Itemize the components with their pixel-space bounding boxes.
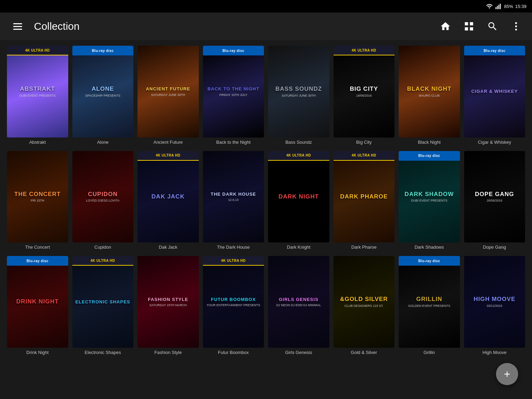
poster-main-title: Grillin [416,296,442,303]
poster-text: BIG CITY 19/06/2016 [334,46,395,138]
home-button[interactable] [438,19,453,34]
grid-item-alone[interactable]: Blu-ray disc ALONE SPACESHIP PRESENTS Al… [72,46,134,145]
grid-view-button[interactable] [461,19,477,34]
poster-main-title: CIGAR & WHISKEY [471,89,518,94]
poster-dark-knight: 4K ULTRA HD DARK NIGHT [268,151,329,243]
poster-text: ANCIENT FUTURE SATURDAY JUNE 30TH [138,46,199,138]
grid-item-dark-house[interactable]: THE DARK HOUSE 12.6.13 The Dark House [203,151,264,251]
item-title: Ancient Future [153,140,183,145]
poster-sub: FRI 15TH [31,199,44,202]
item-title: Dope Gang [483,245,506,250]
add-button[interactable]: + [496,363,518,385]
time-text: 15:39 [515,4,526,9]
poster-sub: SPACESHIP PRESENTS [85,94,121,97]
poster-text: FUTUR Boombox YOUR ENTERTAINMENT PRESENT… [203,256,264,348]
badge-4k: 4K ULTRA HD [334,151,395,161]
poster-main-title: FUTUR Boombox [211,297,256,302]
item-title: Girls Genesis [285,350,312,356]
poster-text: ABSTRAKT DUBI EVENT PRESENTS [7,46,68,138]
poster-main-title: ANCIENT FUTURE [146,87,190,91]
grid-item-fashion[interactable]: Fashion Style SATURDAY 15TH MARCH Fashio… [138,256,199,356]
poster-sub: SATURDAY JUNE 30TH [282,94,316,97]
poster-sub: SATURDAY 15TH MARCH [149,303,187,307]
poster-dark-house: THE DARK HOUSE 12.6.13 [203,151,264,243]
grid-item-abstrakt[interactable]: 4K ULTRA HD ABSTRAKT DUBI EVENT PRESENTS… [7,46,68,145]
signal-icon [495,3,502,10]
poster-text: CIGAR & WHISKEY [464,46,525,138]
poster-gold: &Gold Silver CLUB DESIGNERS 123 ST. [334,256,395,348]
item-title: Bass Soundz [285,140,312,145]
grid-item-black-night[interactable]: BLACK NIGHT MAURO CLUB Black Night [399,46,460,145]
svg-rect-1 [497,6,498,9]
grid-item-cigar[interactable]: Blu-ray disc CIGAR & WHISKEY Cigar & Whi… [464,46,525,145]
status-icons: 85% 15:39 [486,3,526,10]
poster-main-title: &Gold Silver [340,296,388,303]
grid-item-drink-night[interactable]: Blu-ray disc DRINK NIGHT Drink Night [7,256,68,356]
poster-main-title: DAK JACK [151,194,185,200]
grid-item-cupidon[interactable]: CUPIDON LOYDD DJESS LOVITA Cupidon [72,151,134,251]
grid-item-bass-soundz[interactable]: BASS SOUNDZ SATURDAY JUNE 30TH Bass Soun… [268,46,329,145]
poster-main-title: HIGH MOOVE [473,296,515,303]
grid-item-back-night[interactable]: Blu-ray disc BACK TO THE NIGHT FRIDAY 15… [203,46,264,145]
badge-4k: 4K ULTRA HD [268,151,329,161]
badge-4k: 4K ULTRA HD [7,46,68,55]
grid-item-futur[interactable]: 4K ULTRA HD FUTUR Boombox YOUR ENTERTAIN… [203,256,264,356]
poster-text: BACK TO THE NIGHT FRIDAY 15TH JULY [203,46,264,138]
svg-rect-2 [498,5,499,9]
grid-item-dope-gang[interactable]: DOPE GANG 26/06/2016 Dope Gang [464,151,525,251]
main-content: 4K ULTRA HD ABSTRAKT DUBI EVENT PRESENTS… [0,40,532,361]
poster-text: ALONE SPACESHIP PRESENTS [72,46,134,138]
grid-item-dark-shadows[interactable]: Blu-ray disc DARK SHADOW DUBI EVENT PRES… [399,151,460,251]
poster-back-night: Blu-ray disc BACK TO THE NIGHT FRIDAY 15… [203,46,264,138]
grid-item-electronic[interactable]: 4K ULTRA HD Electronic Shapes Electronic… [72,256,134,356]
poster-dark-shadows: Blu-ray disc DARK SHADOW DUBI EVENT PRES… [399,151,460,243]
poster-text: DAK JACK [138,151,199,243]
poster-dak-jack: 4K ULTRA HD DAK JACK [138,151,199,243]
poster-concert: THE CONCERT FRI 15TH [7,151,68,243]
poster-sub: CLUB DESIGNERS 123 ST. [344,304,383,308]
grid-item-dark-knight[interactable]: 4K ULTRA HD DARK NIGHT Dark Knight [268,151,329,251]
poster-main-title: BLACK NIGHT [407,86,451,92]
item-title: Cupidon [95,245,111,250]
badge-4k: 4K ULTRA HD [334,46,395,55]
poster-alone: Blu-ray disc ALONE SPACESHIP PRESENTS [72,46,134,138]
menu-button[interactable] [8,18,27,35]
item-title: Drink Night [26,350,48,356]
poster-main-title: DRINK NIGHT [16,299,59,305]
item-title: Futur Boombox [218,350,249,356]
item-title: Dak Jack [159,245,177,250]
grid-item-grillin[interactable]: Blu-ray disc Grillin GOLDEN EVENT PRESEN… [399,256,460,356]
poster-sub: DUBI EVENT PRESENTS [19,94,56,97]
grid-item-gold[interactable]: &Gold Silver CLUB DESIGNERS 123 ST. Gold… [334,256,395,356]
grid-item-girls[interactable]: GIRLS Genesis DJ NEON DJ EDM DJ MINIMAL … [268,256,329,356]
poster-text: Electronic Shapes [72,256,134,348]
top-bar: Collection [0,12,532,40]
item-title: The Concert [25,245,50,250]
item-title: Black Night [418,140,441,145]
item-title: Alone [97,140,108,145]
poster-main-title: BASS SOUNDZ [275,86,322,92]
grid-item-ancient-future[interactable]: ANCIENT FUTURE SATURDAY JUNE 30TH Ancien… [138,46,199,145]
grid-item-dark-pharoe[interactable]: 4K ULTRA HD DARK PHAROE Dark Pharoe [334,151,395,251]
more-options-button[interactable] [508,19,524,34]
poster-big-city: 4K ULTRA HD BIG CITY 19/06/2016 [334,46,395,138]
grid-item-big-city[interactable]: 4K ULTRA HD BIG CITY 19/06/2016 Big City [334,46,395,145]
item-title: Electronic Shapes [85,350,121,356]
poster-sub: DJ NEON DJ EDM DJ MINIMAL [276,303,321,307]
poster-main-title: CUPIDON [88,191,117,198]
grid-item-concert[interactable]: THE CONCERT FRI 15TH The Concert [7,151,68,251]
grid-item-high[interactable]: HIGH MOOVE 03/11/2015 High Moove [464,256,525,356]
poster-main-title: DARK NIGHT [278,194,319,200]
grid-item-dak-jack[interactable]: 4K ULTRA HD DAK JACK Dak Jack [138,151,199,251]
poster-black-night: BLACK NIGHT MAURO CLUB [399,46,460,138]
poster-text: THE DARK HOUSE 12.6.13 [203,151,264,243]
poster-sub: 26/06/2016 [487,199,502,202]
poster-sub: GOLDEN EVENT PRESENTS [408,304,450,308]
item-title: High Moove [482,350,506,356]
poster-main-title: DARK PHAROE [340,194,388,200]
poster-text: DARK SHADOW DUBI EVENT PRESENTS [399,151,460,243]
poster-sub: MAURO CLUB [419,94,440,97]
poster-electronic: 4K ULTRA HD Electronic Shapes [72,256,134,348]
search-button[interactable] [485,19,500,34]
poster-main-title: GIRLS Genesis [279,297,318,302]
